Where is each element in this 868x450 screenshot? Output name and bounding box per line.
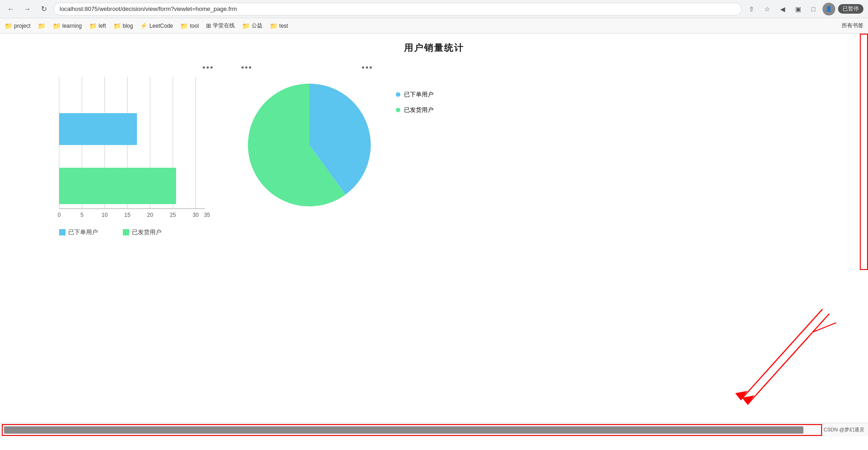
back-button[interactable]: ← bbox=[5, 3, 17, 15]
bar-shipped-label: 30 bbox=[177, 183, 185, 190]
bookmark-project[interactable]: 📁 project bbox=[5, 22, 30, 30]
x-label-30: 30 bbox=[192, 212, 199, 218]
extensions-button[interactable]: ◀ bbox=[776, 3, 789, 15]
pie-chart-section: ••• bbox=[241, 63, 434, 218]
browser-actions: ⇧ ☆ ◀ ▣ □ 👤 已暂停 bbox=[745, 3, 863, 15]
svg-line-8 bbox=[741, 309, 823, 400]
bar-chart-svg: 20 30 0 5 10 15 20 25 30 35 已下单用户 bbox=[18, 63, 214, 254]
x-label-10: 10 bbox=[101, 212, 108, 218]
legend-pie-shipped-label: 已发货用户 bbox=[404, 106, 434, 114]
bookmark-label: learning bbox=[62, 23, 82, 29]
x-label-35: 35 bbox=[204, 212, 210, 218]
bookmark-gongyi[interactable]: 📁 公益 bbox=[242, 22, 262, 30]
bookmark-leetcode[interactable]: ⚡ LeetCode bbox=[140, 22, 173, 29]
avatar: 👤 bbox=[823, 3, 835, 15]
bookmark-label: test bbox=[279, 23, 288, 29]
bar-shipped bbox=[59, 168, 176, 204]
bookmark-label: tool bbox=[190, 23, 198, 29]
folder-icon: 📁 bbox=[5, 22, 12, 30]
bookmark-label: blog bbox=[123, 23, 133, 29]
bookmark-label: project bbox=[14, 23, 30, 29]
bottom-bar: CSDN @梦幻通灵 bbox=[0, 423, 868, 436]
all-bookmarks[interactable]: 所有书签 bbox=[842, 22, 863, 30]
x-label-25: 25 bbox=[170, 212, 176, 218]
legend-pie-ordered-color bbox=[396, 92, 400, 97]
pie-chart-svg bbox=[241, 77, 378, 213]
x-label-5: 5 bbox=[81, 212, 84, 218]
csdn-label: CSDN @梦幻通灵 bbox=[824, 426, 868, 433]
legend-pie-ordered: 已下单用户 bbox=[396, 90, 434, 99]
bar-ordered-label: 20 bbox=[139, 126, 146, 134]
folder-icon: 📁 bbox=[38, 22, 45, 30]
right-sidebar-border bbox=[860, 34, 868, 270]
bookmark-button[interactable]: ☆ bbox=[761, 3, 773, 15]
folder-icon: 📁 bbox=[180, 22, 188, 30]
bookmark-left[interactable]: 📁 left bbox=[89, 22, 106, 30]
bookmark-test[interactable]: 📁 test bbox=[270, 22, 288, 30]
x-label-20: 20 bbox=[147, 212, 153, 218]
bookmark-xuetang[interactable]: ⊞ 学堂在线 bbox=[206, 22, 235, 30]
legend-bar-ordered-label: 已下单用户 bbox=[68, 229, 98, 235]
browser-nav-bar: ← → ↻ localhost:8075/webroot/decision/vi… bbox=[0, 0, 868, 18]
scrollbar-container[interactable] bbox=[2, 424, 822, 436]
folder-icon: 📁 bbox=[270, 22, 278, 30]
paused-button[interactable]: 已暂停 bbox=[838, 4, 863, 14]
bar-chart: 20 30 0 5 10 15 20 25 30 35 已下单用户 bbox=[18, 63, 214, 254]
svg-line-12 bbox=[813, 323, 836, 332]
pie-more-button[interactable]: ••• bbox=[362, 63, 373, 73]
x-label-0: 0 bbox=[58, 212, 61, 218]
charts-container: 20 30 0 5 10 15 20 25 30 35 已下单用户 bbox=[0, 59, 868, 259]
svg-line-10 bbox=[747, 314, 829, 405]
refresh-button[interactable]: ↻ bbox=[37, 3, 50, 15]
forward-button[interactable]: → bbox=[21, 3, 34, 15]
legend-bar-ordered-color bbox=[59, 229, 66, 235]
folder-icon: 📁 bbox=[53, 22, 61, 30]
main-content: 用户销量统计 20 30 bbox=[0, 34, 868, 436]
share-button[interactable]: ⇧ bbox=[745, 3, 758, 15]
app-icon: ⊞ bbox=[206, 22, 211, 29]
folder-icon: 📁 bbox=[89, 22, 97, 30]
legend-pie-shipped: 已发货用户 bbox=[396, 106, 434, 114]
url-bar[interactable]: localhost:8075/webroot/decision/view/for… bbox=[54, 3, 742, 15]
bar-ordered bbox=[59, 113, 137, 145]
puzzle-button[interactable]: ▣ bbox=[792, 3, 804, 15]
bookmark-blog[interactable]: 📁 blog bbox=[113, 22, 133, 30]
bookmark-label: 学堂在线 bbox=[213, 22, 235, 30]
legend-bar-shipped-label: 已发货用户 bbox=[132, 229, 161, 235]
bookmarks-bar: 📁 project 📁 📁 learning 📁 left 📁 blog ⚡ L… bbox=[0, 18, 868, 34]
bookmark-unnamed[interactable]: 📁 bbox=[38, 22, 45, 30]
pie-legend: ••• 已下单用户 已发货用户 bbox=[396, 90, 434, 218]
arrow-annotations bbox=[695, 295, 854, 423]
bar-more-button[interactable]: ••• bbox=[202, 63, 214, 73]
x-label-15: 15 bbox=[124, 212, 131, 218]
svg-marker-9 bbox=[735, 391, 747, 400]
leet-icon: ⚡ bbox=[140, 22, 147, 29]
folder-icon: 📁 bbox=[113, 22, 121, 30]
bookmark-label: left bbox=[99, 23, 106, 29]
right-more-button[interactable]: ••• bbox=[241, 63, 252, 73]
legend-pie-ordered-label: 已下单用户 bbox=[404, 90, 434, 99]
bookmark-label: 公益 bbox=[252, 22, 262, 30]
url-text: localhost:8075/webroot/decision/view/for… bbox=[60, 5, 237, 12]
page-title: 用户销量统计 bbox=[0, 34, 868, 54]
window-button[interactable]: □ bbox=[807, 3, 820, 15]
svg-marker-11 bbox=[742, 395, 754, 405]
all-bookmarks-label: 所有书签 bbox=[842, 22, 863, 29]
bookmark-learning[interactable]: 📁 learning bbox=[53, 22, 82, 30]
bookmark-label: LeetCode bbox=[149, 23, 173, 29]
legend-pie-shipped-color bbox=[396, 108, 400, 112]
folder-icon: 📁 bbox=[242, 22, 250, 30]
bookmark-tool[interactable]: 📁 tool bbox=[180, 22, 198, 30]
legend-bar-shipped-color bbox=[123, 229, 129, 235]
scrollbar-thumb[interactable] bbox=[4, 426, 803, 434]
pie-chart-area: ••• bbox=[241, 63, 387, 218]
